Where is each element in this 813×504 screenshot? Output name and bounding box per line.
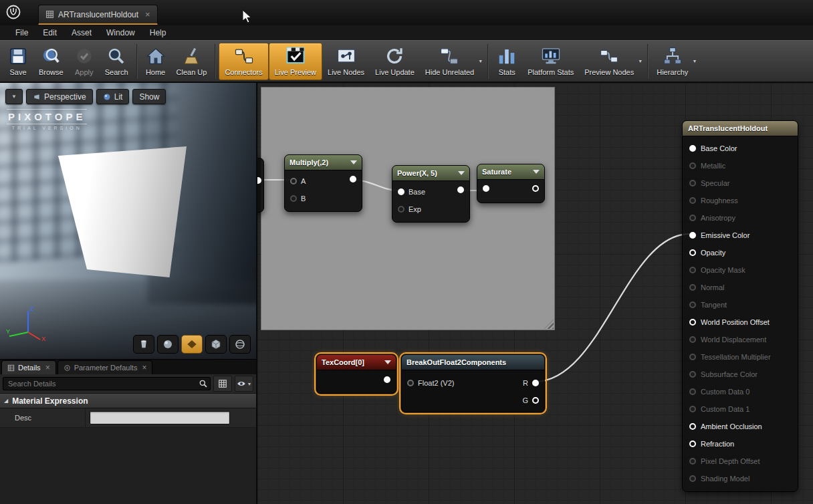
pin-dot[interactable] [689,354,696,360]
menu-edit[interactable]: Edit [35,25,64,40]
output-pin-r[interactable] [532,380,539,386]
toolbar-button-save[interactable]: Save [3,43,33,80]
pin-dot[interactable] [689,162,696,169]
input-pin[interactable] [483,185,489,192]
material-pin-custom-data-1[interactable]: Custom Data 1 [683,400,798,418]
toolbar-button-hierarchy[interactable]: Hierarchy▼ [651,43,699,80]
pin-dot[interactable] [689,458,696,465]
output-pin-g[interactable] [532,397,539,404]
tab-parameter-defaults[interactable]: Parameter Defaults × [57,360,153,374]
node-power[interactable]: Power(X, 5) Base Exp [392,165,470,223]
pin-dot[interactable] [689,406,696,412]
toolbar-button-platform-stats[interactable]: Platform Stats [522,43,579,80]
chevron-down-icon[interactable]: ▼ [638,59,643,64]
search-details-input[interactable] [3,377,211,390]
menu-help[interactable]: Help [142,25,174,40]
pin-dot[interactable] [689,475,696,482]
material-pin-opacity-mask[interactable]: Opacity Mask [683,261,798,279]
material-pin-tessellation-multiplier[interactable]: Tessellation Multiplier [683,348,798,366]
toolbar-button-preview-nodes[interactable]: Preview Nodes▼ [579,43,645,80]
pin-dot[interactable] [689,319,696,326]
node-power-header[interactable]: Power(X, 5) [392,166,469,181]
viewport-options-button[interactable]: ▼ [5,89,23,104]
input-pin-float2[interactable] [407,380,414,386]
tab-close-icon[interactable]: × [145,9,150,19]
output-pin[interactable] [532,185,539,192]
node-saturate-header[interactable]: Saturate [477,164,544,180]
pin-dot[interactable] [689,371,696,378]
toolbar-button-live-nodes[interactable]: Live Nodes [322,43,370,80]
material-pin-shading-model[interactable]: Shading Model [683,470,798,487]
material-pin-world-displacement[interactable]: World Displacement [683,331,798,348]
toolbar-button-connectors[interactable]: Connectors [219,43,268,80]
material-pin-tangent[interactable]: Tangent [683,296,798,313]
input-pin-exp[interactable] [398,206,404,213]
toolbar-button-stats[interactable]: Stats [491,43,522,80]
collapse-triangle-icon[interactable] [384,360,391,364]
output-pin[interactable] [384,376,390,383]
material-pin-emissive-color[interactable]: Emissive Color [683,227,798,244]
output-pin[interactable] [350,176,356,182]
output-pin[interactable] [257,177,261,184]
plane-preview-button[interactable] [181,335,203,354]
pin-dot[interactable] [689,388,696,395]
input-pin-a[interactable] [290,178,297,184]
chevron-down-icon[interactable]: ▼ [478,59,483,64]
pin-dot[interactable] [689,423,696,430]
collapse-triangle-icon[interactable] [533,170,540,174]
material-pin-normal[interactable]: Normal [683,279,798,296]
material-pin-base-color[interactable]: Base Color [683,140,798,157]
input-pin-base[interactable] [398,188,404,195]
material-result-node[interactable]: ARTranslucentHoldout Base ColorMetallicS… [682,120,798,492]
node-breakout-float2[interactable]: BreakOutFloat2Components Float2 (V2) R G [401,354,545,412]
toolbar-button-live-preview[interactable]: Live Preview [269,43,322,80]
toolbar-button-live-update[interactable]: Live Update [370,43,420,80]
toolbar-button-clean-up[interactable]: Clean Up [171,43,213,80]
comment-resize-handle[interactable] [544,320,554,329]
toolbar-button-search[interactable]: Search [100,43,134,80]
node-saturate[interactable]: Saturate [477,164,545,203]
view-options-button[interactable]: ▼ [235,376,253,392]
node-multiply[interactable]: Multiply(,2) A B [284,154,362,212]
toolbar-button-browse[interactable]: Browse [33,43,69,80]
output-pin[interactable] [457,186,464,193]
preview-viewport[interactable]: ▼ Perspective Lit Show PIXOTOPE TRIAL VE… [0,83,257,359]
pin-dot[interactable] [689,232,696,239]
material-pin-ambient-occlusion[interactable]: Ambient Occlusion [683,418,798,435]
close-icon[interactable]: × [45,363,50,372]
input-pin-b[interactable] [290,195,297,202]
pin-dot[interactable] [689,215,696,221]
desc-input[interactable] [90,411,230,424]
pin-dot[interactable] [689,284,696,291]
collapse-triangle-icon[interactable] [458,171,465,175]
cube-preview-button[interactable] [205,335,227,354]
close-icon[interactable]: × [142,363,146,372]
sphere-preview-button[interactable] [157,335,179,354]
pin-dot[interactable] [689,180,696,186]
window-tab-artranslucentholdout[interactable]: ARTranslucentHoldout × [38,5,158,25]
material-pin-subsurface-color[interactable]: Subsurface Color [683,366,798,383]
material-graph-canvas[interactable]: Multiply(,2) A B Power(X, 5) [257,83,813,504]
material-node-header[interactable]: ARTranslucentHoldout [683,121,798,136]
menu-file[interactable]: File [8,25,35,40]
node-texcoord-header[interactable]: TexCoord[0] [317,355,396,370]
material-pin-world-position-offset[interactable]: World Position Offset [683,313,798,331]
property-matrix-button[interactable] [213,376,232,392]
material-pin-refraction[interactable]: Refraction [683,435,798,453]
show-button[interactable]: Show [132,89,166,104]
material-pin-roughness[interactable]: Roughness [683,192,798,209]
material-pin-anisotropy[interactable]: Anisotropy [683,209,798,227]
node-texcoord[interactable]: TexCoord[0] [316,354,396,394]
material-pin-opacity[interactable]: Opacity [683,244,798,261]
lit-button[interactable]: Lit [96,89,130,104]
menu-asset[interactable]: Asset [64,25,99,40]
pin-dot[interactable] [689,336,696,343]
pin-dot[interactable] [689,197,696,204]
node-breakout-header[interactable]: BreakOutFloat2Components [402,355,544,370]
material-pin-specular[interactable]: Specular [683,174,798,192]
material-expression-section-header[interactable]: ◢ Material Expression [0,394,256,408]
material-pin-pixel-depth-offset[interactable]: Pixel Depth Offset [683,453,798,470]
pin-dot[interactable] [689,267,696,273]
collapse-triangle-icon[interactable] [350,160,357,164]
pin-dot[interactable] [689,249,696,256]
